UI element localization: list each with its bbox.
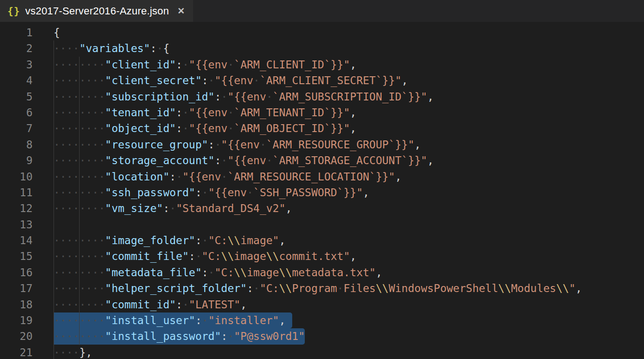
code-token: , xyxy=(376,266,382,279)
whitespace-dots: · xyxy=(247,186,253,199)
code-token: "install_password" xyxy=(105,330,221,342)
whitespace-dots: · xyxy=(228,330,234,342)
code-line: 15········"commit_file":·"C:\\image\\com… xyxy=(0,248,644,264)
code-token: : xyxy=(215,91,221,103)
code-line: 18········"commit_id":·"LATEST", xyxy=(0,297,644,312)
line-number[interactable]: 15 xyxy=(0,248,33,264)
code-token: : xyxy=(195,234,202,246)
line-number[interactable]: 14 xyxy=(0,233,33,248)
code-token: "commit_id" xyxy=(105,299,176,311)
code-token: \\ xyxy=(279,282,292,294)
code-token: , xyxy=(576,282,582,294)
code-token: { xyxy=(163,42,169,54)
code-line: 14········"image_folder":·"C:\\image", xyxy=(0,233,644,248)
line-content[interactable] xyxy=(33,217,644,233)
code-token: : xyxy=(202,266,208,279)
line-number[interactable]: 17 xyxy=(0,280,33,296)
code-line: 3········"client_id":·"{{env·`ARM_CLIENT… xyxy=(0,57,644,73)
code-token: "{{env xyxy=(208,186,247,199)
line-number[interactable]: 13 xyxy=(0,217,33,233)
code-token: "{{env xyxy=(189,122,228,134)
code-token: , xyxy=(286,202,292,214)
code-token: Files xyxy=(343,282,376,294)
whitespace-dots: · xyxy=(202,186,208,199)
code-token: "{{env xyxy=(182,171,221,183)
line-number[interactable]: 8 xyxy=(0,137,33,153)
line-number[interactable]: 19 xyxy=(0,312,33,328)
line-content[interactable]: ········"install_password":·"P@ssw0rd1" xyxy=(33,328,644,344)
line-content[interactable]: ········"image_folder":·"C:\\image", xyxy=(33,233,644,248)
code-editor[interactable]: 1{2····"variables":·{3········"client_id… xyxy=(0,22,644,359)
code-line: 20········"install_password":·"P@ssw0rd1… xyxy=(0,328,644,344)
code-token: , xyxy=(363,186,369,199)
line-content[interactable]: ········"subscription_id":·"{{env·`ARM_S… xyxy=(33,89,644,105)
code-token: "install_user" xyxy=(105,314,195,326)
line-number[interactable]: 21 xyxy=(0,345,33,359)
line-number[interactable]: 6 xyxy=(0,105,33,120)
line-content[interactable]: ········"resource_group":·"{{env·`ARM_RE… xyxy=(33,137,644,153)
line-number[interactable]: 9 xyxy=(0,153,33,168)
line-number[interactable]: 3 xyxy=(0,57,33,73)
line-content[interactable]: ········"tenant_id":·"{{env·`ARM_TENANT_… xyxy=(33,105,644,120)
code-line: 1{ xyxy=(0,25,644,40)
tab-vs2017-server2016-azure-json[interactable]: {} vs2017-Server2016-Azure.json ✕ xyxy=(0,0,193,22)
line-content[interactable]: ········"helper_script_folder":·"C:\\Pro… xyxy=(33,280,644,296)
whitespace-dots: · xyxy=(266,91,273,103)
line-content[interactable]: ········"commit_file":·"C:\\image\\commi… xyxy=(33,248,644,264)
code-line: 7········"object_id":·"{{env·`ARM_OBJECT… xyxy=(0,120,644,136)
whitespace-dots: · xyxy=(215,139,221,151)
whitespace-dots: · xyxy=(182,106,189,119)
code-token: "client_secret" xyxy=(105,74,202,86)
line-content[interactable]: ········"client_secret":·"{{env·`ARM_CLI… xyxy=(33,73,644,88)
line-content[interactable]: ········"object_id":·"{{env·`ARM_OBJECT_… xyxy=(33,120,644,136)
line-number[interactable]: 16 xyxy=(0,265,33,280)
code-token: : xyxy=(176,122,182,134)
whitespace-dots: · xyxy=(208,266,215,279)
line-content[interactable]: ········"install_user":·"installer", xyxy=(33,312,644,328)
whitespace-dots: · xyxy=(253,282,260,294)
line-content[interactable]: ········"ssh_password":·"{{env·`SSH_PASS… xyxy=(33,185,644,200)
whitespace-dots: · xyxy=(182,122,189,134)
line-number[interactable]: 1 xyxy=(0,25,33,40)
line-content[interactable]: ········"storage_account":·"{{env·`ARM_S… xyxy=(33,153,644,168)
close-icon[interactable]: ✕ xyxy=(177,7,185,15)
code-token: "helper_script_folder" xyxy=(105,282,247,294)
code-token: "tenant_id" xyxy=(105,106,176,119)
code-token: "commit_file" xyxy=(105,250,189,262)
line-number[interactable]: 10 xyxy=(0,169,33,185)
code-line: 10········"location":·"{{env·`ARM_RESOUR… xyxy=(0,169,644,185)
line-number[interactable]: 20 xyxy=(0,328,33,344)
code-token: : xyxy=(195,186,202,199)
code-token: : xyxy=(169,171,176,183)
line-content[interactable]: ····"variables":·{ xyxy=(33,40,644,56)
code-token: }, xyxy=(79,346,92,359)
line-number[interactable]: 4 xyxy=(0,73,33,88)
line-number[interactable]: 7 xyxy=(0,120,33,136)
code-token: "variables" xyxy=(79,42,150,54)
code-line: 4········"client_secret":·"{{env·`ARM_CL… xyxy=(0,73,644,88)
code-line: 11········"ssh_password":·"{{env·`SSH_PA… xyxy=(0,185,644,200)
line-content[interactable]: ········"client_id":·"{{env·`ARM_CLIENT_… xyxy=(33,57,644,73)
code-token: : xyxy=(176,106,182,119)
line-number[interactable]: 2 xyxy=(0,40,33,56)
line-content[interactable]: ········"metadata_file":·"C:\\image\\met… xyxy=(33,265,644,280)
line-content[interactable]: ········"commit_id":·"LATEST", xyxy=(33,297,644,312)
code-token: Program xyxy=(292,282,337,294)
line-number[interactable]: 5 xyxy=(0,89,33,105)
whitespace-dots: · xyxy=(221,91,228,103)
line-number[interactable]: 18 xyxy=(0,297,33,312)
line-number[interactable]: 11 xyxy=(0,185,33,200)
code-token: `ARM_SUBSCRIPTION_ID`}}" xyxy=(273,91,427,103)
whitespace-dots: · xyxy=(182,59,189,71)
line-number[interactable]: 12 xyxy=(0,200,33,216)
code-token: `ARM_OBJECT_ID`}}" xyxy=(234,122,350,134)
line-content[interactable]: { xyxy=(33,25,644,40)
whitespace-dots: ···· xyxy=(54,346,79,359)
line-content[interactable]: ········"location":·"{{env·`ARM_RESOURCE… xyxy=(33,169,644,185)
line-content[interactable]: ····}, xyxy=(33,345,644,359)
line-content[interactable]: ········"vm_size":·"Standard_DS4_v2", xyxy=(33,200,644,216)
code-line: 9········"storage_account":·"{{env·`ARM_… xyxy=(0,153,644,168)
whitespace-dots: · xyxy=(157,42,163,54)
code-token: `ARM_RESOURCE_GROUP`}}" xyxy=(266,139,415,151)
code-token: "installer" xyxy=(208,314,279,326)
